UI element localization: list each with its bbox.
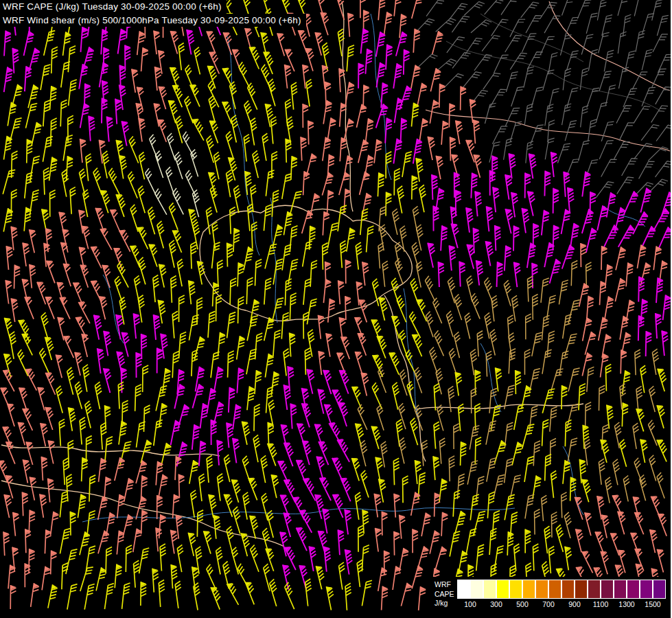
wind-barb <box>190 82 205 106</box>
legend-color-swatch <box>470 580 483 599</box>
wind-barb <box>245 580 259 604</box>
wind-barb <box>213 152 224 179</box>
wind-barb <box>209 185 222 213</box>
wind-barb <box>584 439 593 466</box>
wind-barb <box>126 545 132 572</box>
wind-barb <box>513 544 521 571</box>
wind-barb <box>94 314 104 340</box>
wind-barb <box>474 119 481 144</box>
wind-barb <box>663 295 671 321</box>
legend-color-swatch <box>588 580 601 599</box>
wind-barb <box>323 211 329 236</box>
wind-barb <box>119 154 129 179</box>
wind-barb <box>315 493 327 519</box>
wind-barb <box>207 64 220 89</box>
wind-barb <box>476 260 485 286</box>
wind-barb <box>599 31 610 54</box>
wind-barb <box>381 82 388 108</box>
wind-barb <box>179 332 187 358</box>
wind-barb <box>618 0 629 17</box>
wind-barb <box>227 581 243 604</box>
wind-barb <box>547 295 556 321</box>
wind-barb <box>82 225 94 249</box>
title-line-cape: WRF CAPE (J/kg) Tuesday 30-09-2025 00:00… <box>0 0 227 14</box>
wind-barb <box>262 133 271 161</box>
wind-barb <box>474 153 485 178</box>
wind-barb <box>571 260 577 286</box>
wind-barb <box>14 265 21 289</box>
wind-barb <box>467 459 478 485</box>
wind-barb <box>432 31 444 56</box>
wind-barb <box>270 117 279 144</box>
wind-barb <box>268 79 281 106</box>
wind-barb <box>505 33 522 55</box>
wind-barb <box>513 226 520 251</box>
wind-barb <box>505 384 515 410</box>
wind-barb <box>360 172 371 196</box>
wind-barb <box>86 436 92 463</box>
wind-barb <box>141 334 148 359</box>
wind-barb <box>160 544 167 571</box>
wind-barb <box>475 437 481 464</box>
wind-barb <box>73 280 88 304</box>
wind-barb <box>40 64 50 91</box>
wind-barb <box>371 382 387 409</box>
wind-barb <box>532 263 538 288</box>
wind-barb <box>264 49 278 73</box>
wind-barb <box>551 470 559 498</box>
wind-barb <box>360 208 369 236</box>
wind-barb <box>562 0 575 17</box>
wind-barb <box>553 188 559 214</box>
wind-barb <box>412 566 424 591</box>
wind-barb <box>465 36 483 58</box>
wind-barb <box>399 514 407 539</box>
wind-barb <box>189 314 198 341</box>
wind-barb <box>623 475 634 501</box>
wind-barb <box>412 175 418 199</box>
wind-barb <box>40 312 54 340</box>
wind-barb <box>379 296 390 321</box>
wind-barb <box>98 496 108 521</box>
wind-barb <box>229 156 241 181</box>
wind-barb <box>45 335 57 360</box>
wind-barb <box>40 493 49 518</box>
wind-barb <box>117 531 124 556</box>
wind-barb <box>149 242 163 267</box>
wind-barb <box>577 0 591 21</box>
wind-barb <box>303 171 310 195</box>
wind-barb <box>31 583 40 608</box>
wind-barb <box>582 478 594 503</box>
wind-barb <box>646 331 652 356</box>
wind-barb <box>642 85 656 108</box>
wind-barb <box>233 437 242 464</box>
wind-barb <box>565 420 571 446</box>
wind-barb <box>27 139 33 163</box>
wind-barb <box>393 63 402 89</box>
wind-barb <box>529 152 539 179</box>
wind-barb <box>441 121 448 145</box>
wind-barb <box>3 531 10 556</box>
wind-barb <box>626 300 635 325</box>
wind-barb <box>100 226 117 250</box>
wind-barb <box>393 566 402 591</box>
wind-barb <box>310 260 317 287</box>
wind-barb <box>601 119 614 143</box>
wind-barb <box>605 84 616 107</box>
wind-barb <box>455 371 464 396</box>
wind-barb <box>249 545 264 571</box>
wind-barb <box>392 382 404 410</box>
wind-barb <box>616 247 627 271</box>
wind-barb <box>419 118 428 143</box>
wind-barb <box>302 402 315 428</box>
wind-barb <box>636 30 645 53</box>
wind-barb <box>601 246 607 270</box>
wind-barb <box>29 510 35 534</box>
wind-barb <box>25 295 39 319</box>
wind-barb <box>662 330 670 356</box>
wind-barb <box>437 405 449 431</box>
wind-barb <box>505 458 513 484</box>
wind-barb <box>197 297 202 324</box>
wind-barb <box>24 207 32 232</box>
legend-tick-labels: 100300500700900110013001500 <box>457 600 666 608</box>
wind-barb <box>599 385 605 411</box>
